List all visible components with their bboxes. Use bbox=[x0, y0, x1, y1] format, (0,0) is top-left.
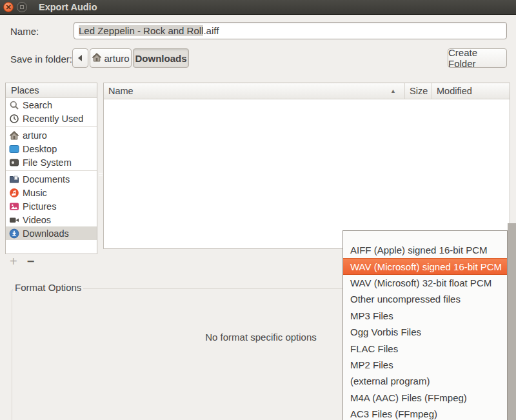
places-item-label: File System bbox=[23, 157, 72, 168]
places-header: Places bbox=[6, 83, 97, 98]
filename-selected-text: Led Zeppelin - Rock and Roll bbox=[79, 25, 203, 36]
window-title: Export Audio bbox=[39, 2, 97, 12]
filename-extension: .aiff bbox=[203, 25, 219, 36]
places-item-label: Recently Used bbox=[23, 114, 83, 124]
menu-item-label: Other uncompressed files bbox=[350, 294, 461, 305]
places-item-recently-used[interactable]: Recently Used bbox=[6, 112, 97, 125]
menu-item-label: Ogg Vorbis Files bbox=[350, 326, 421, 337]
create-folder-label: Create Folder bbox=[448, 47, 506, 69]
menu-item-wav-microsoft-signed-16-bit-pcm[interactable]: WAV (Microsoft) signed 16-bit PCM bbox=[343, 258, 507, 274]
separator bbox=[6, 170, 97, 171]
column-header-name[interactable]: Name ▲ bbox=[104, 83, 405, 99]
places-item-label: arturo bbox=[23, 130, 47, 141]
menu-item-label: (external program) bbox=[350, 375, 430, 386]
pictures-icon bbox=[9, 201, 19, 212]
menu-item-mp2-files[interactable]: MP2 Files bbox=[343, 357, 507, 373]
places-item-pictures[interactable]: Pictures bbox=[6, 199, 97, 213]
menu-item-label: WAV (Microsoft) 32-bit float PCM bbox=[350, 277, 491, 288]
downloads-icon bbox=[9, 228, 19, 239]
places-list: Search Recently Used arturo Desktop File… bbox=[6, 98, 97, 240]
menu-item-label: MP2 Files bbox=[350, 359, 393, 370]
menu-item-label: WAV (Microsoft) signed 16-bit PCM bbox=[350, 261, 502, 272]
remove-bookmark-button[interactable]: − bbox=[27, 254, 35, 268]
export-audio-dialog: ✕ Export Audio Name: Led Zeppelin - Rock… bbox=[0, 0, 516, 420]
format-options-title: Format Options bbox=[13, 282, 83, 293]
menu-item-aiff-apple-signed-16-bit-pcm[interactable]: AIFF (Apple) signed 16-bit PCM bbox=[343, 242, 507, 258]
menu-item-ogg-vorbis-files[interactable]: Ogg Vorbis Files bbox=[343, 324, 507, 340]
breadcrumb-home-label: arturo bbox=[104, 53, 129, 64]
titlebar[interactable]: ✕ Export Audio bbox=[0, 0, 516, 15]
places-item-label: Videos bbox=[23, 215, 51, 225]
places-item-videos[interactable]: Videos bbox=[6, 213, 97, 226]
documents-icon bbox=[9, 174, 19, 185]
menu-item-other-uncompressed-files[interactable]: Other uncompressed files bbox=[343, 291, 507, 307]
videos-icon bbox=[9, 215, 19, 225]
column-modified-label: Modified bbox=[437, 86, 472, 96]
search-icon bbox=[9, 100, 19, 110]
menu-item-wav-microsoft-32-bit-float-pcm[interactable]: WAV (Microsoft) 32-bit float PCM bbox=[343, 275, 507, 291]
places-item-search[interactable]: Search bbox=[6, 98, 97, 112]
desktop-icon bbox=[9, 144, 19, 154]
places-item-label: Downloads bbox=[23, 228, 69, 239]
restore-button[interactable] bbox=[17, 2, 27, 12]
places-item-label: Search bbox=[23, 100, 52, 110]
column-name-label: Name bbox=[108, 86, 134, 96]
pane-resize-handle[interactable] bbox=[99, 170, 103, 177]
places-sidebar: Places Search Recently Used arturo Deskt… bbox=[5, 83, 97, 254]
menu-item-mp3-files[interactable]: MP3 Files bbox=[343, 308, 507, 324]
back-arrow-icon bbox=[75, 55, 82, 61]
places-item-arturo[interactable]: arturo bbox=[6, 128, 97, 142]
file-list-header: Name ▲ Size Modified bbox=[104, 83, 510, 99]
recently-used-icon bbox=[9, 114, 19, 124]
file-type-menu: AIFF (Apple) signed 16-bit PCM WAV (Micr… bbox=[342, 230, 508, 420]
breadcrumb-home-button[interactable]: arturo bbox=[90, 48, 132, 68]
menu-item-m4a-aac-files-ffmpeg[interactable]: M4A (AAC) Files (FFmpeg) bbox=[343, 390, 507, 406]
breadcrumb-downloads-label: Downloads bbox=[135, 53, 186, 64]
file-list[interactable]: Name ▲ Size Modified bbox=[103, 83, 510, 249]
close-button[interactable]: ✕ bbox=[3, 2, 14, 12]
places-item-label: Desktop bbox=[23, 144, 57, 154]
menu-item-flac-files[interactable]: FLAC Files bbox=[343, 340, 507, 356]
filename-input[interactable]: Led Zeppelin - Rock and Roll.aiff bbox=[74, 22, 507, 39]
menu-item-label: M4A (AAC) Files (FFmpeg) bbox=[350, 392, 467, 403]
save-in-folder-label: Save in folder: bbox=[10, 54, 72, 65]
places-item-desktop[interactable]: Desktop bbox=[6, 142, 97, 155]
home-icon bbox=[9, 130, 19, 141]
home-icon bbox=[92, 52, 102, 65]
places-item-label: Documents bbox=[23, 174, 70, 185]
separator bbox=[6, 126, 97, 127]
music-icon bbox=[9, 188, 19, 198]
menu-item-label: AC3 Files (FFmpeg) bbox=[350, 408, 437, 419]
menu-item-ac3-files-ffmpeg[interactable]: AC3 Files (FFmpeg) bbox=[343, 406, 507, 420]
menu-item-external-program[interactable]: (external program) bbox=[343, 373, 507, 389]
name-label: Name: bbox=[10, 26, 39, 37]
menu-item-label: MP3 Files bbox=[350, 310, 393, 321]
add-bookmark-button[interactable]: + bbox=[10, 254, 17, 268]
bookmark-actions: + − bbox=[10, 254, 34, 268]
breadcrumb-back-button[interactable] bbox=[72, 48, 88, 68]
places-item-file-system[interactable]: File System bbox=[6, 155, 97, 169]
places-item-label: Pictures bbox=[23, 201, 56, 212]
column-size-label: Size bbox=[410, 86, 428, 96]
sort-ascending-icon: ▲ bbox=[390, 88, 400, 94]
menu-shadow bbox=[508, 223, 516, 420]
create-folder-button[interactable]: Create Folder bbox=[448, 48, 507, 68]
places-item-music[interactable]: Music bbox=[6, 186, 97, 199]
breadcrumb-downloads-button[interactable]: Downloads bbox=[133, 48, 189, 68]
places-item-downloads[interactable]: Downloads bbox=[6, 226, 97, 240]
menu-item-label: FLAC Files bbox=[350, 343, 398, 354]
column-header-modified[interactable]: Modified bbox=[432, 83, 510, 99]
places-item-documents[interactable]: Documents bbox=[6, 172, 97, 186]
menu-item-label: AIFF (Apple) signed 16-bit PCM bbox=[350, 245, 488, 255]
column-header-size[interactable]: Size bbox=[405, 83, 432, 99]
file-system-icon bbox=[9, 157, 19, 168]
restore-icon bbox=[20, 5, 24, 9]
close-icon: ✕ bbox=[5, 4, 11, 11]
places-item-label: Music bbox=[23, 188, 47, 198]
